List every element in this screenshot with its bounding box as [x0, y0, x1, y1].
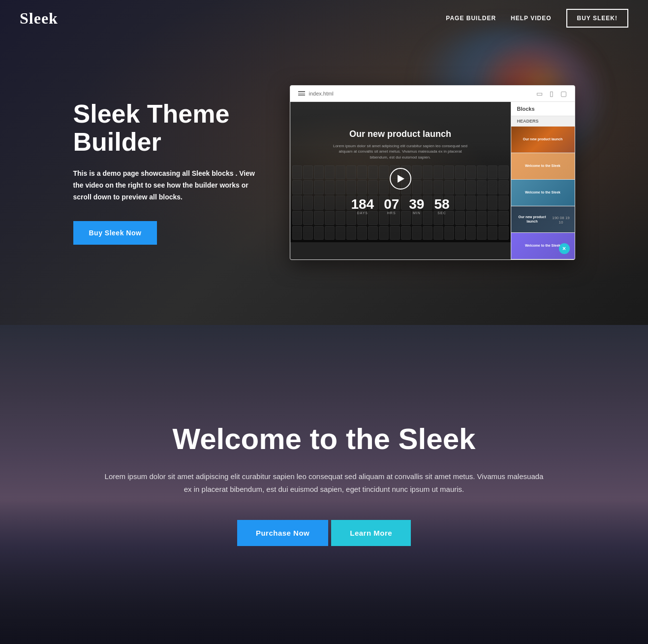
builder-body: Our new product launch Lorem ipsum dolor… — [290, 102, 575, 259]
builder-filename: index.html — [309, 91, 334, 97]
nav-buy-button[interactable]: BUY SLEEK! — [566, 9, 628, 28]
countdown-days: 184 DAYS — [351, 197, 374, 215]
welcome-content: Welcome to the Sleek Lorem ipsum dolor s… — [103, 423, 546, 546]
mobile-icon[interactable]: ▢ — [560, 90, 567, 97]
hero-content: Sleek Theme Builder This is a demo page … — [54, 26, 595, 299]
menu-icon — [298, 91, 305, 96]
mini-countdown-text: 190 08 19 10 — [551, 216, 572, 225]
block-thumb-2-text: Welcome to the Sleek — [525, 163, 560, 168]
builder-topbar-icons: ▭ ▯ ▢ — [536, 90, 567, 97]
nav-link-help-video[interactable]: HELP VIDEO — [511, 15, 551, 22]
countdown-sec-label: SEC — [434, 211, 449, 215]
builder-main: Our new product launch Lorem ipsum dolor… — [290, 102, 511, 259]
block-thumb-3[interactable]: Welcome to the Sleek — [511, 180, 575, 206]
countdown-timer: 184 DAYS 07 HRS 39 MIN — [332, 197, 469, 215]
countdown-min: 39 MIN — [409, 197, 424, 215]
blocks-header: Blocks — [511, 102, 575, 116]
builder-inner-title: Our new product launch — [332, 129, 469, 139]
hero-title: Sleek Theme Builder — [73, 100, 260, 156]
block-thumb-1-inner: Our new product launch — [511, 127, 575, 153]
block-thumb-4[interactable]: Our new product launch 190 08 19 10 — [511, 206, 575, 233]
builder-topbar-left: index.html — [298, 91, 334, 97]
countdown-min-num: 39 — [409, 197, 424, 211]
blocks-category-headers: HEADERS — [511, 116, 575, 127]
desktop-icon[interactable]: ▭ — [536, 90, 543, 97]
hero-description: This is a demo page showcasing all Sleek… — [73, 168, 260, 203]
countdown-days-label: DAYS — [351, 211, 374, 215]
block-thumb-3-inner: Welcome to the Sleek — [511, 180, 575, 206]
countdown-hrs: 07 HRS — [384, 197, 399, 215]
block-thumbnails: Our new product launch Welcome to the Sl… — [511, 127, 575, 259]
purchase-button[interactable]: Purchase Now — [237, 520, 328, 546]
block-thumb-3-text: Welcome to the Sleek — [525, 190, 560, 194]
block-thumb-4-text: Our new product launch — [514, 215, 551, 224]
block-thumb-1-text: Our new product launch — [523, 137, 563, 141]
welcome-description: Lorem ipsum dolor sit amet adipiscing el… — [103, 470, 546, 495]
block-thumb-1[interactable]: Our new product launch — [511, 127, 575, 153]
countdown-hrs-label: HRS — [384, 211, 399, 215]
builder-preview: index.html ▭ ▯ ▢ — [290, 85, 575, 260]
block-thumb-2[interactable]: Welcome to the Sleek — [511, 153, 575, 180]
navbar: Sleek PAGE BUILDER HELP VIDEO BUY SLEEK! — [0, 0, 648, 36]
hero-section: Sleek Theme Builder This is a demo page … — [0, 0, 648, 325]
countdown-days-num: 184 — [351, 197, 374, 211]
builder-sidebar: Blocks HEADERS Our new product launch We… — [511, 102, 575, 259]
play-icon — [398, 175, 404, 183]
block-thumb-2-inner: Welcome to the Sleek — [511, 153, 575, 179]
close-button[interactable]: × — [559, 243, 570, 254]
countdown-min-label: MIN — [409, 211, 424, 215]
hero-left-panel: Sleek Theme Builder This is a demo page … — [73, 100, 260, 245]
countdown-hrs-num: 07 — [384, 197, 399, 211]
builder-inner-bg: Our new product launch Lorem ipsum dolor… — [290, 102, 511, 242]
hero-cta-button[interactable]: Buy Sleek Now — [73, 221, 157, 245]
learn-more-button[interactable]: Learn More — [331, 520, 411, 546]
nav-logo: Sleek — [20, 9, 58, 28]
welcome-section: Welcome to the Sleek Lorem ipsum dolor s… — [0, 325, 648, 644]
welcome-buttons: Purchase Now Learn More — [103, 520, 546, 546]
nav-link-page-builder[interactable]: PAGE BUILDER — [446, 15, 496, 22]
block-thumb-4-inner: Our new product launch 190 08 19 10 — [511, 206, 575, 232]
countdown-sec-num: 58 — [434, 197, 449, 211]
builder-topbar: index.html ▭ ▯ ▢ — [290, 86, 575, 102]
countdown-sec: 58 SEC — [434, 197, 449, 215]
builder-inner-text: Lorem ipsum dolor sit amet adipiscing el… — [332, 143, 469, 160]
nav-links: PAGE BUILDER HELP VIDEO BUY SLEEK! — [446, 9, 628, 28]
tablet-icon[interactable]: ▯ — [550, 90, 554, 97]
welcome-title: Welcome to the Sleek — [103, 423, 546, 455]
block-thumb-5[interactable]: Welcome to the Sleek × — [511, 233, 575, 259]
play-button[interactable] — [390, 168, 411, 190]
block-thumb-5-text: Welcome to the Sleek — [525, 243, 560, 248]
builder-hero-content: Our new product launch Lorem ipsum dolor… — [322, 119, 479, 225]
